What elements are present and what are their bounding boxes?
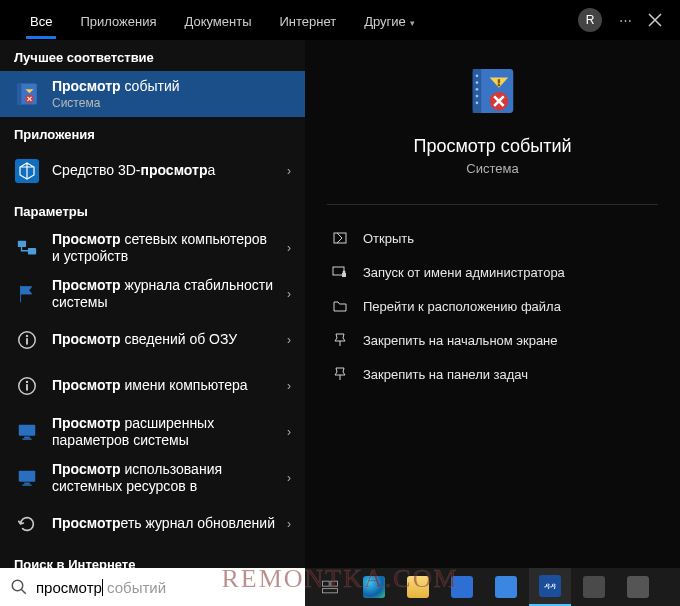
svg-rect-36 [323,589,338,593]
taskbar-app-5[interactable] [617,568,659,606]
pin-icon [331,365,349,383]
folder-icon [331,297,349,315]
result-subtitle: Система [52,96,291,110]
result-title: Просмотр имени компьютера [52,377,275,395]
action-open[interactable]: Открыть [327,221,658,255]
result-reliability-history[interactable]: Просмотр журнала стабильности системы › [0,271,305,317]
search-icon [10,578,28,596]
svg-rect-18 [22,484,31,485]
tab-more[interactable]: Другие▾ [350,4,429,37]
svg-rect-35 [331,581,338,586]
chevron-right-icon: › [287,425,291,439]
search-input[interactable]: просмотр событий [36,579,295,596]
event-viewer-icon [14,81,40,107]
result-title: Просмотр использования системных ресурсо… [52,461,275,496]
taskbar-explorer[interactable] [397,568,439,606]
section-settings: Параметры [0,194,305,225]
chevron-right-icon: › [287,241,291,255]
taskbar-app-4[interactable] [573,568,615,606]
svg-point-23 [475,88,478,91]
action-pin-start[interactable]: Закрепить на начальном экране [327,323,658,357]
taskbar-app-3[interactable]: ዳዳ [529,568,571,606]
folder-icon [407,576,429,598]
svg-point-8 [26,335,28,337]
result-title: Просмотр журнала стабильности системы [52,277,275,312]
section-apps: Приложения [0,117,305,148]
section-best-match: Лучшее соответствие [0,40,305,71]
chevron-right-icon: › [287,333,291,347]
svg-point-24 [475,95,478,98]
action-label: Перейти к расположению файла [363,299,561,314]
taskbar-edge[interactable] [353,568,395,606]
svg-point-25 [475,101,478,104]
info-icon [14,327,40,353]
chevron-right-icon: › [287,164,291,178]
flag-icon [14,281,40,307]
result-advanced-system[interactable]: Просмотр расширенных параметров системы … [0,409,305,455]
tab-apps[interactable]: Приложения [66,4,170,37]
app-icon [451,576,473,598]
result-title: Просмотр событий [52,78,291,96]
app-icon [495,576,517,598]
action-label: Закрепить на начальном экране [363,333,558,348]
svg-rect-15 [22,438,31,439]
result-3d-viewer[interactable]: Средство 3D-просмотра › [0,148,305,194]
action-open-file-location[interactable]: Перейти к расположению файла [327,289,658,323]
event-viewer-large-icon [466,64,520,118]
close-button[interactable] [640,5,670,35]
preview-pane: Просмотр событий Система Открыть Запуск … [305,40,680,568]
result-computer-name[interactable]: Просмотр имени компьютера › [0,363,305,409]
svg-rect-16 [19,471,36,482]
monitor-icon [14,465,40,491]
tab-all[interactable]: Все [16,4,66,37]
svg-point-21 [475,74,478,77]
pin-icon [331,331,349,349]
svg-point-32 [343,271,346,274]
result-update-history[interactable]: Просмотреть журнал обновлений › [0,501,305,547]
svg-rect-13 [19,425,36,436]
chevron-right-icon: › [287,379,291,393]
result-title: Просмотр сетевых компьютеров и устройств [52,231,275,266]
refresh-icon [14,511,40,537]
taskbar-app-2[interactable] [485,568,527,606]
search-tabs: Все Приложения Документы Интернет Другие… [0,0,680,40]
svg-point-11 [26,381,28,383]
preview-subtitle: Система [466,161,518,176]
svg-rect-27 [497,79,499,83]
taskbar-app-1[interactable] [441,568,483,606]
svg-rect-14 [24,437,30,439]
svg-rect-6 [28,248,36,254]
svg-rect-30 [334,233,346,243]
svg-rect-1 [17,83,21,104]
result-title: Средство 3D-просмотра [52,162,275,180]
result-event-viewer[interactable]: Просмотр событий Система [0,71,305,117]
result-ram-info[interactable]: Просмотр сведений об ОЗУ › [0,317,305,363]
svg-point-28 [497,84,500,87]
more-options-button[interactable]: ⋯ [610,5,640,35]
app-icon: ዳዳ [539,575,561,597]
user-avatar[interactable]: R [578,8,602,32]
close-icon [648,13,662,27]
action-label: Открыть [363,231,414,246]
svg-point-22 [475,81,478,84]
result-title: Просмотреть журнал обновлений [52,515,275,533]
action-run-as-admin[interactable]: Запуск от имени администратора [327,255,658,289]
chevron-right-icon: › [287,517,291,531]
chevron-right-icon: › [287,471,291,485]
svg-rect-5 [18,241,26,247]
action-pin-taskbar[interactable]: Закрепить на панели задач [327,357,658,391]
svg-rect-34 [323,581,330,586]
chevron-down-icon: ▾ [410,18,415,28]
taskbar-task-view[interactable] [309,568,351,606]
action-label: Закрепить на панели задач [363,367,528,382]
tab-internet[interactable]: Интернет [265,4,350,37]
preview-title: Просмотр событий [413,136,571,157]
task-view-icon [320,577,340,597]
open-icon [331,229,349,247]
result-network-computers[interactable]: Просмотр сетевых компьютеров и устройств… [0,225,305,271]
tab-documents[interactable]: Документы [170,4,265,37]
result-resource-usage[interactable]: Просмотр использования системных ресурсо… [0,455,305,501]
results-pane: Лучшее соответствие Просмотр событий Сис… [0,40,305,568]
taskbar-search[interactable]: просмотр событий [0,568,305,606]
info-icon [14,373,40,399]
